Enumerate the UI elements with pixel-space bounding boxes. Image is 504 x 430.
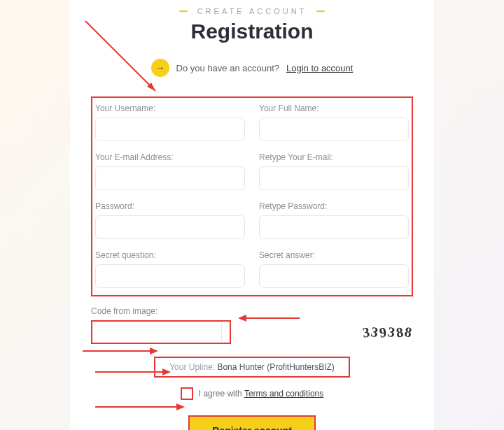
username-input[interactable] bbox=[95, 117, 245, 141]
email-label: Your E-mail Address: bbox=[95, 152, 245, 162]
register-button[interactable]: Register account bbox=[188, 415, 316, 430]
captcha-section: Code from image: 339388 bbox=[91, 306, 413, 344]
terms-text: I agree with bbox=[199, 389, 244, 399]
upline-value: Bona Hunter (ProfitHuntersBIZ) bbox=[217, 362, 334, 372]
captcha-image: 339388 bbox=[363, 324, 413, 341]
terms-link[interactable]: Terms and conditions bbox=[244, 389, 323, 399]
terms-checkbox[interactable] bbox=[181, 387, 193, 400]
username-label: Your Username: bbox=[95, 103, 245, 113]
password-label: Password: bbox=[95, 201, 245, 211]
password-input[interactable] bbox=[95, 215, 245, 239]
fullname-label: Your Full Name: bbox=[259, 103, 409, 113]
password-retype-input[interactable] bbox=[259, 215, 409, 239]
secret-question-input[interactable] bbox=[95, 264, 245, 288]
login-link[interactable]: Login to account bbox=[286, 63, 353, 73]
login-prompt-text: Do you have an account? bbox=[176, 63, 279, 73]
upline-display: Your Upline: Bona Hunter (ProfitHuntersB… bbox=[154, 357, 350, 378]
email-retype-input[interactable] bbox=[259, 166, 409, 190]
email2-label: Retype Your E-mail: bbox=[259, 152, 409, 162]
fullname-input[interactable] bbox=[259, 117, 409, 141]
secretq-label: Secret question: bbox=[95, 250, 245, 260]
email-input[interactable] bbox=[95, 166, 245, 190]
password2-label: Retype Password: bbox=[259, 201, 409, 211]
arrow-right-icon: → bbox=[151, 59, 169, 77]
captcha-label: Code from image: bbox=[91, 306, 413, 316]
captcha-input[interactable] bbox=[91, 320, 222, 344]
secret-answer-input[interactable] bbox=[259, 264, 409, 288]
page-title: Registration bbox=[91, 20, 413, 43]
secreta-label: Secret answer: bbox=[259, 250, 409, 260]
login-prompt-row: → Do you have an account? Login to accou… bbox=[91, 59, 413, 77]
eyebrow: CREATE ACCOUNT bbox=[91, 7, 413, 15]
registration-card: CREATE ACCOUNT Registration → Do you hav… bbox=[70, 0, 434, 430]
upline-label: Your Upline: bbox=[169, 362, 217, 372]
form-fields-group: Your Username: Your Full Name: Your E-ma… bbox=[91, 96, 413, 296]
terms-row: I agree with Terms and conditions bbox=[91, 387, 413, 400]
